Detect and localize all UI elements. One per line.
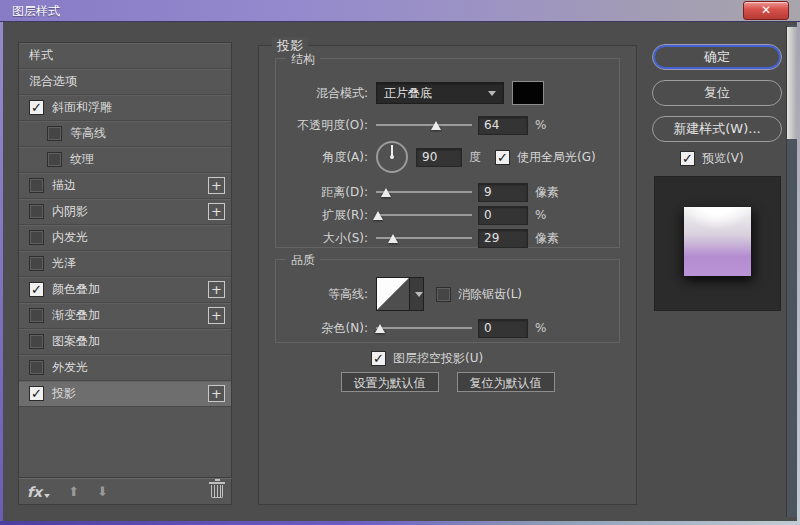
style-list-item[interactable]: 图案叠加: [19, 329, 231, 355]
anti-alias-checkbox[interactable]: [436, 287, 451, 302]
quality-group: 品质 等高线: 消除锯齿(L) 杂色(N): 0 %: [275, 259, 620, 343]
slider-thumb[interactable]: [381, 188, 391, 197]
default-buttons-row: 设置为默认值 复位为默认值: [259, 372, 636, 392]
effect-checkbox[interactable]: [29, 308, 44, 323]
blend-mode-label: 混合模式:: [276, 85, 376, 102]
effect-checkbox[interactable]: [29, 204, 44, 219]
effect-label: 外发光: [52, 359, 88, 376]
spread-row: 扩展(R): 0 %: [276, 203, 619, 227]
blend-mode-row: 混合模式: 正片叠底: [276, 81, 619, 105]
title-bar[interactable]: 图层样式 ✕: [0, 0, 800, 22]
effect-checkbox[interactable]: [29, 386, 44, 401]
preview-gradient-square: [684, 207, 751, 276]
reset-button[interactable]: 复位: [652, 80, 782, 106]
fx-menu-button[interactable]: fx: [27, 484, 42, 500]
vertical-scrollbar[interactable]: [786, 25, 797, 517]
style-list: 样式混合选项斜面和浮雕等高线纹理描边+内阴影+内发光光泽颜色叠加+渐变叠加+图案…: [18, 42, 232, 478]
style-list-item[interactable]: 内阴影+: [19, 199, 231, 225]
style-list-item[interactable]: 描边+: [19, 173, 231, 199]
size-row: 大小(S): 29 像素: [276, 226, 619, 250]
add-effect-instance-button[interactable]: +: [208, 177, 225, 194]
slider-thumb[interactable]: [375, 324, 385, 333]
contour-picker[interactable]: [376, 277, 424, 311]
effect-checkbox[interactable]: [29, 230, 44, 245]
effect-checkbox[interactable]: [47, 126, 62, 141]
ok-button[interactable]: 确定: [652, 44, 782, 70]
style-list-item[interactable]: 投影+: [19, 381, 231, 407]
new-style-button[interactable]: 新建样式(W)...: [652, 116, 782, 142]
size-label: 大小(S):: [276, 230, 376, 247]
angle-dial[interactable]: [376, 141, 408, 173]
effect-checkbox[interactable]: [29, 334, 44, 349]
add-effect-instance-button[interactable]: +: [208, 203, 225, 220]
delete-effect-button trash-icon[interactable]: [211, 485, 223, 498]
angle-label: 角度(A):: [276, 149, 376, 166]
opacity-label: 不透明度(O):: [276, 117, 376, 134]
window-border-bottom: [0, 521, 800, 525]
layer-knockout-checkbox[interactable]: [371, 351, 386, 366]
effect-checkbox[interactable]: [29, 100, 44, 115]
preview-checkbox[interactable]: [680, 151, 695, 166]
style-list-item[interactable]: 光泽: [19, 251, 231, 277]
blend-mode-value: 正片叠底: [384, 85, 432, 102]
effect-checkbox[interactable]: [29, 282, 44, 297]
style-list-item[interactable]: 颜色叠加+: [19, 277, 231, 303]
window-title: 图层样式: [12, 3, 60, 20]
add-effect-instance-button[interactable]: +: [208, 307, 225, 324]
effect-checkbox[interactable]: [29, 360, 44, 375]
preview-label: 预览(V): [702, 150, 744, 167]
style-list-item[interactable]: 等高线: [19, 121, 231, 147]
preview-toggle-row: 预览(V): [680, 150, 744, 167]
opacity-input[interactable]: 64: [478, 116, 528, 135]
structure-group: 结构 混合模式: 正片叠底 不透明度(O): 64 % 角度(A): 90 度: [275, 58, 620, 248]
slider-thumb[interactable]: [373, 211, 383, 220]
effect-checkbox[interactable]: [29, 256, 44, 271]
noise-unit: %: [535, 321, 546, 335]
shadow-color-swatch[interactable]: [512, 81, 544, 105]
noise-input[interactable]: 0: [478, 319, 528, 338]
style-preview-thumbnail: [654, 176, 781, 311]
noise-slider[interactable]: [376, 317, 472, 339]
slider-thumb[interactable]: [431, 121, 441, 130]
contour-label: 等高线:: [276, 286, 376, 303]
style-list-item[interactable]: 斜面和浮雕: [19, 95, 231, 121]
style-list-item[interactable]: 纹理: [19, 147, 231, 173]
drop-shadow-panel: 投影 结构 混合模式: 正片叠底 不透明度(O): 64 % 角度(A):: [258, 45, 637, 505]
add-effect-instance-button[interactable]: +: [208, 385, 225, 402]
distance-input[interactable]: 9: [478, 183, 528, 202]
effect-label: 描边: [52, 177, 76, 194]
style-list-item[interactable]: 渐变叠加+: [19, 303, 231, 329]
add-effect-instance-button[interactable]: +: [208, 281, 225, 298]
angle-input[interactable]: 90: [416, 148, 462, 167]
effect-checkbox[interactable]: [29, 178, 44, 193]
effect-checkbox[interactable]: [47, 152, 62, 167]
distance-row: 距离(D): 9 像素: [276, 180, 619, 204]
effect-label: 样式: [29, 47, 53, 64]
style-list-item[interactable]: 样式: [19, 43, 231, 69]
slider-thumb[interactable]: [388, 234, 398, 243]
style-list-item[interactable]: 混合选项: [19, 69, 231, 95]
set-as-default-button[interactable]: 设置为默认值: [341, 372, 439, 392]
opacity-slider[interactable]: [376, 114, 472, 136]
spread-slider[interactable]: [376, 204, 472, 226]
size-slider[interactable]: [376, 227, 472, 249]
anti-alias-label: 消除锯齿(L): [458, 286, 522, 303]
distance-slider[interactable]: [376, 181, 472, 203]
window-border-left: [0, 22, 3, 525]
move-effect-up-button[interactable]: ⬆: [68, 484, 79, 499]
style-list-item[interactable]: 外发光: [19, 355, 231, 381]
move-effect-down-button[interactable]: ⬇: [97, 484, 108, 499]
blend-mode-select[interactable]: 正片叠底: [376, 82, 504, 104]
use-global-light-checkbox[interactable]: [495, 150, 510, 165]
spread-input[interactable]: 0: [478, 206, 528, 225]
close-button[interactable]: ✕: [743, 1, 789, 20]
contour-chevron[interactable]: [410, 277, 424, 311]
effect-label: 投影: [52, 385, 76, 402]
style-list-item[interactable]: 内发光: [19, 225, 231, 251]
contour-thumbnail[interactable]: [376, 277, 410, 311]
effect-label: 光泽: [52, 255, 76, 272]
size-input[interactable]: 29: [478, 229, 528, 248]
structure-legend: 结构: [286, 51, 320, 68]
reset-to-default-button[interactable]: 复位为默认值: [457, 372, 555, 392]
scrollbar-thumb[interactable]: [787, 27, 797, 139]
